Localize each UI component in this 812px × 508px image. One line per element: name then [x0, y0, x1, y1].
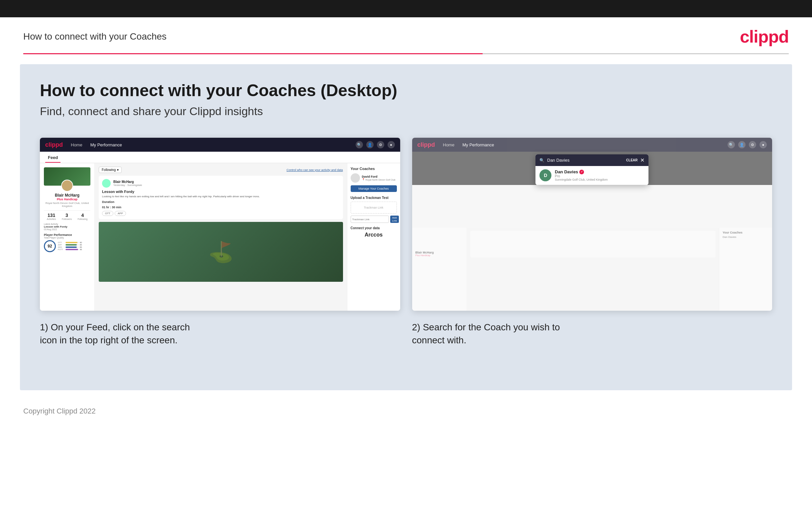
result-name-text: Dan Davies: [555, 169, 578, 174]
result-avatar: D: [539, 169, 552, 181]
feed-tab[interactable]: Feed: [45, 154, 60, 163]
app-navbar: clippd Home My Performance 🔍 👤 ⚙ ●: [40, 138, 400, 152]
profile-name: Blair McHarg: [44, 193, 90, 198]
result-club: Sunningdale Golf Club, United Kingdom: [555, 178, 608, 181]
post-image: ⛳: [99, 222, 343, 282]
pq-row: 92 OTT 90 APP 85: [44, 240, 90, 252]
stat-following-label: Following: [78, 218, 88, 220]
app-logo: clippd: [45, 141, 63, 149]
main-heading: How to connect with your Coaches (Deskto…: [40, 81, 772, 100]
panel-1: clippd Home My Performance 🔍 👤 ⚙ ● Feed: [40, 138, 400, 347]
nav-icons: 🔍 👤 ⚙ ●: [355, 141, 395, 149]
verified-badge: ✓: [579, 170, 584, 174]
latest-activity: Latest Activity Lesson with Fordy 03 Aug…: [44, 223, 90, 230]
upload-title: Upload a Trackman Test: [351, 196, 397, 200]
coach-card: David Ford 📍 Royal North Devon Golf Club: [351, 173, 397, 183]
nav-my-performance-2: My Performance: [462, 142, 494, 147]
action-off[interactable]: OTT: [102, 211, 113, 216]
top-bar: [0, 0, 812, 17]
search-overlay: 🔍 Dan Davies CLEAR ✕ D Dan Davies ✓: [412, 152, 772, 185]
header-divider: [23, 53, 789, 54]
search-box: 🔍 Dan Davies CLEAR ✕ D Dan Davies ✓: [535, 154, 649, 185]
post-author-name: Blair McHarg: [113, 180, 142, 184]
search-result-item[interactable]: D Dan Davies ✓ Pro Sunningdale Golf Club…: [535, 166, 649, 185]
avatar-icon: ●: [388, 141, 395, 149]
search-icon-2[interactable]: 🔍: [727, 141, 735, 149]
latest-activity-date: 03 Aug 2022: [44, 228, 90, 230]
profile-cover: [44, 167, 90, 186]
clear-button[interactable]: CLEAR: [626, 158, 637, 162]
pq-bar-app: APP 85: [58, 244, 90, 246]
stat-activities-value: 131: [47, 213, 56, 218]
post-actions: OTT APP: [102, 211, 340, 216]
stat-followers-label: Followers: [62, 218, 72, 220]
coach-club: 📍 Royal North Devon Golf Club: [362, 178, 395, 181]
arccos-brand: Arccos: [351, 232, 397, 238]
control-link[interactable]: Control who can see your activity and da…: [287, 168, 343, 172]
app-navbar-2: clippd Home My Performance 🔍 👤 ⚙ ●: [412, 138, 772, 152]
header: How to connect with your Coaches clippd: [0, 17, 812, 53]
profile-handicap: Plus Handicap: [44, 198, 90, 201]
location-icon: 📍: [362, 178, 365, 181]
panel-1-caption: 1) On your Feed, click on the searchicon…: [40, 321, 400, 347]
panel-2: clippd Home My Performance 🔍 👤 ⚙ ●: [412, 138, 772, 347]
coaches-panel: Your Coaches David Ford 📍 Royal North De…: [347, 163, 400, 311]
coaches-panel-title: Your Coaches: [351, 167, 397, 171]
main-subheading: Find, connect and share your Clippd insi…: [40, 105, 772, 118]
pq-bars: OTT 90 APP 85 ARG: [58, 242, 90, 251]
feed-tab-bar: Feed: [40, 152, 400, 163]
add-link-button[interactable]: Add Link: [390, 216, 399, 223]
person-icon-2: 👤: [738, 141, 746, 149]
screenshot-1: clippd Home My Performance 🔍 👤 ⚙ ● Feed: [40, 138, 400, 311]
post-avatar: [102, 179, 111, 187]
profile-location: Royal North Devon Golf Club, United King…: [44, 202, 90, 208]
nav-my-performance: My Performance: [90, 142, 122, 147]
main-content: How to connect with your Coaches (Deskto…: [20, 64, 792, 390]
panel-1-caption-text: 1) On your Feed, click on the searchicon…: [40, 322, 190, 345]
search-icon-overlay: 🔍: [539, 158, 544, 163]
result-role: Pro: [555, 174, 608, 178]
pq-score: 92: [44, 240, 56, 252]
trackman-input[interactable]: [351, 216, 389, 223]
post-title: Lesson with Fordy: [102, 189, 340, 194]
post-duration: Duration: [102, 200, 340, 204]
copyright-text: Copyright Clippd 2022: [23, 407, 96, 415]
close-button[interactable]: ✕: [640, 157, 644, 163]
avatar-icon-2: ●: [760, 141, 767, 149]
player-perf-title: Player Performance: [44, 233, 90, 237]
nav-home: Home: [71, 142, 83, 147]
trackman-placeholder-box: Trackman Link: [351, 202, 397, 214]
search-icon[interactable]: 🔍: [355, 141, 363, 149]
feed-middle: Following ▾ Control who can see your act…: [95, 163, 347, 311]
post-author-sub: Yesterday · Sunningdale: [113, 184, 142, 186]
stat-activities-label: Activities: [47, 218, 56, 220]
coach-club-name: Royal North Devon Golf Club: [366, 179, 395, 181]
panel-2-caption: 2) Search for the Coach you wish toconne…: [412, 321, 772, 347]
pq-bar-ott: OTT 90: [58, 242, 90, 244]
stat-followers-value: 3: [62, 213, 72, 218]
total-pq-label: Total Player Quality: [44, 237, 90, 239]
latest-activity-header: Latest Activity: [44, 223, 90, 225]
feed-content: Blair McHarg Plus Handicap Royal North D…: [40, 163, 400, 311]
screenshot-2: clippd Home My Performance 🔍 👤 ⚙ ●: [412, 138, 772, 311]
pq-bar-arg: ARG 86: [58, 246, 90, 248]
following-button[interactable]: Following ▾: [99, 167, 122, 173]
stat-following: 4 Following: [78, 213, 88, 220]
following-label: Following: [102, 168, 116, 172]
manage-coaches-button[interactable]: Manage Your Coaches: [351, 185, 397, 192]
search-query-display[interactable]: Dan Davies: [547, 158, 624, 163]
page-title: How to connect with your Coaches: [23, 31, 166, 42]
profile-avatar: [61, 180, 73, 192]
action-app[interactable]: APP: [115, 211, 126, 216]
panel-2-caption-text: 2) Search for the Coach you wish toconne…: [412, 322, 560, 345]
golfer-image: ⛳: [208, 240, 233, 264]
profile-stats: 131 Activities 3 Followers 4 Following: [44, 210, 90, 220]
chevron-down-icon: ▾: [117, 168, 118, 172]
connect-data-title: Connect your data: [351, 226, 397, 230]
pq-bar-putt: PUTT 96: [58, 249, 90, 251]
gear-icon-2: ⚙: [749, 141, 756, 149]
search-header: 🔍 Dan Davies CLEAR ✕: [535, 154, 649, 166]
stat-followers: 3 Followers: [62, 213, 72, 220]
stat-following-value: 4: [78, 213, 88, 218]
following-row: Following ▾ Control who can see your act…: [99, 167, 343, 173]
